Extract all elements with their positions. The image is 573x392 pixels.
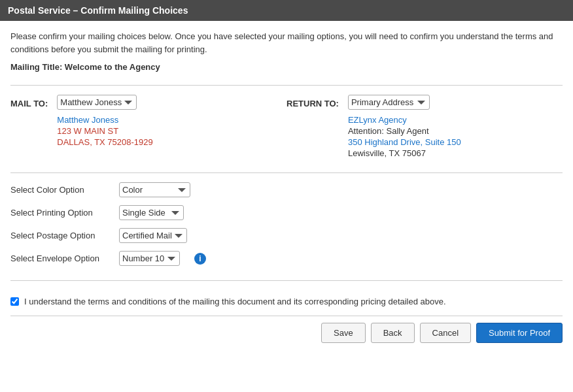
color-option-label: Select Color Option [10,185,109,195]
mail-section: MAIL TO: Matthew Joness Matthew Joness 1… [10,95,563,158]
return-agency-name: EZLynx Agency [348,115,461,125]
return-address-line1: 350 Highland Drive, Suite 150 [348,137,461,147]
envelope-option-label: Select Envelope Option [10,253,109,263]
mail-to-line2: DALLAS, TX 75208-1929 [57,137,152,147]
postage-option-dropdown-wrapper[interactable]: Certified Mail First Class Standard [119,228,187,243]
footer-buttons: Save Back Cancel Submit for Proof [10,316,563,347]
main-window: Postal Service – Confirm Mailing Choices… [0,0,573,392]
color-option-row: Select Color Option Color Black & White [10,182,563,197]
printing-option-dropdown-wrapper[interactable]: Single Side Double Side [119,205,184,220]
terms-text: I understand the terms and conditions of… [24,297,446,306]
printing-option-select[interactable]: Single Side Double Side [119,205,184,220]
printing-option-label: Select Printing Option [10,208,109,218]
mail-to-column: MAIL TO: Matthew Joness Matthew Joness 1… [10,95,286,158]
envelope-option-select[interactable]: Number 10 Number 9 [119,251,180,266]
content-area: Please confirm your mailing choices belo… [0,21,573,392]
return-to-block: Primary Address EZLynx Agency Attention:… [348,95,461,158]
postage-option-select[interactable]: Certified Mail First Class Standard [119,228,187,243]
return-attention-line: Attention: Sally Agent [348,126,461,136]
return-to-column: RETURN TO: Primary Address EZLynx Agency… [286,95,563,158]
color-option-dropdown-wrapper[interactable]: Color Black & White [119,182,190,197]
mail-to-line1: 123 W MAIN ST [57,126,152,136]
return-to-select[interactable]: Primary Address [348,95,430,110]
terms-row: I understand the terms and conditions of… [10,290,563,313]
return-address-line2: Lewisville, TX 75067 [348,148,461,158]
printing-option-row: Select Printing Option Single Side Doubl… [10,205,563,220]
mailing-title-label: Mailing Title: [10,62,62,72]
envelope-option-row: Select Envelope Option Number 10 Number … [10,251,563,266]
mailing-title-value: Welcome to the Agency [65,62,160,72]
return-to-label: RETURN TO: [286,95,339,108]
postage-option-row: Select Postage Option Certified Mail Fir… [10,228,563,243]
mail-to-select[interactable]: Matthew Joness [57,95,137,110]
intro-text: Please confirm your mailing choices belo… [10,30,563,56]
cancel-button[interactable]: Cancel [420,323,471,343]
title-bar: Postal Service – Confirm Mailing Choices [0,0,573,21]
postage-option-label: Select Postage Option [10,231,109,240]
submit-for-proof-button[interactable]: Submit for Proof [476,323,563,343]
title-bar-text: Postal Service – Confirm Mailing Choices [8,5,188,16]
envelope-option-dropdown-wrapper[interactable]: Number 10 Number 9 [119,251,180,266]
mailing-title: Mailing Title: Welcome to the Agency [10,62,563,72]
mail-to-dropdown-wrapper[interactable]: Matthew Joness [57,95,152,114]
mail-to-label: MAIL TO: [10,95,48,108]
color-option-select[interactable]: Color Black & White [119,182,190,197]
options-section: Select Color Option Color Black & White … [10,182,563,266]
back-button[interactable]: Back [371,323,415,343]
mail-to-name: Matthew Joness [57,115,152,125]
save-button[interactable]: Save [321,323,366,343]
divider-1 [10,85,563,86]
divider-2 [10,172,563,173]
return-to-dropdown-wrapper[interactable]: Primary Address [348,95,461,114]
mail-to-block: Matthew Joness Matthew Joness 123 W MAIN… [57,95,152,147]
info-icon[interactable]: i [194,253,206,265]
terms-checkbox[interactable] [10,297,19,306]
divider-3 [10,280,563,281]
